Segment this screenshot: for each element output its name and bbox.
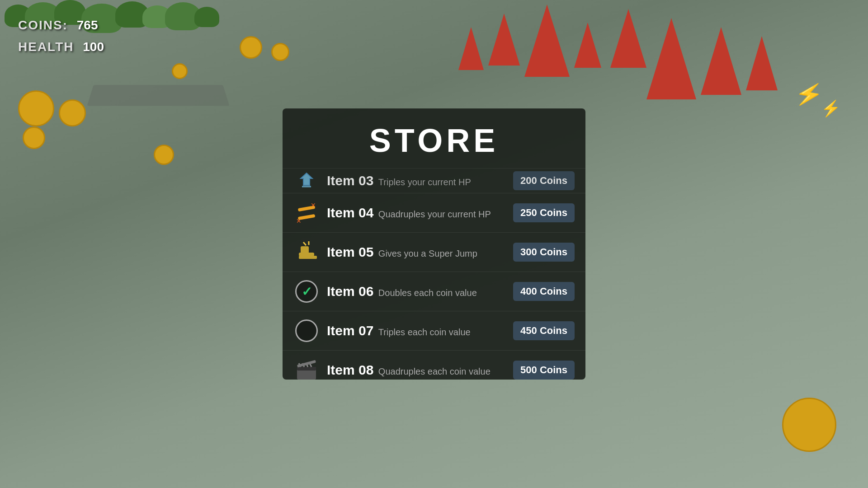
bg-lightning: ⚡ [793,79,825,110]
item-04-price[interactable]: 250 Coins [513,203,575,222]
item-08-desc: Quadruples each coin value [378,366,491,376]
bg-coin [271,43,289,61]
hud-health-row: HEALTH 100 [18,40,104,54]
item-05-price[interactable]: 300 Coins [513,243,575,262]
item-08-info: Item 08 Quadruples each coin value [327,362,508,378]
svg-rect-8 [299,256,317,259]
bg-coin [172,63,188,79]
item-05-info: Item 05 Gives you a Super Jump [327,244,508,260]
store-modal: STORE Item 03 Triples your current HP 20… [283,108,585,380]
list-item[interactable]: Item 03 Triples your current HP 200 Coin… [283,168,585,193]
empty-circle-icon [295,319,318,342]
svg-rect-7 [301,246,309,253]
item-08-price[interactable]: 500 Coins [513,361,575,380]
health-label: HEALTH [18,40,74,54]
item-06-name: Item 06 [327,284,373,299]
bg-platform [87,85,229,106]
coins-value: 765 [77,18,98,32]
item-03-name: Item 03 [327,173,373,188]
list-item[interactable]: Item 07 Triples each coin value 450 Coin… [283,311,585,350]
item-08-name: Item 08 [327,362,373,377]
list-item[interactable]: Item 08 Quadruples each coin value 500 C… [283,350,585,380]
check-circle-icon [295,280,318,303]
item-icon-07 [293,318,320,344]
item-06-info: Item 06 Doubles each coin value [327,284,508,299]
item-07-name: Item 07 [327,323,373,338]
svg-marker-0 [301,173,312,185]
bg-coin-large [782,398,836,452]
svg-line-9 [303,242,306,245]
svg-text:✕: ✕ [311,202,316,209]
list-item[interactable]: Item 05 Gives you a Super Jump 300 Coins [283,232,585,272]
bg-coin [154,145,174,165]
bg-coin [23,127,45,149]
item-icon-03 [293,168,320,193]
store-item-list[interactable]: Item 03 Triples your current HP 200 Coin… [283,168,585,380]
store-title: STORE [283,108,585,168]
health-value: 100 [83,40,104,54]
hud-coins-row: COINS: 765 [18,18,104,33]
svg-text:✕: ✕ [296,217,302,225]
item-04-name: Item 04 [327,205,373,220]
item-03-price[interactable]: 200 Coins [513,171,575,190]
item-04-desc: Quadruples your current HP [378,209,491,219]
item-03-desc: Triples your current HP [378,177,471,187]
svg-rect-12 [297,367,316,371]
item-07-price[interactable]: 450 Coins [513,321,575,340]
item-05-name: Item 05 [327,244,373,259]
hud: COINS: 765 HEALTH 100 [18,18,104,54]
bg-coin [18,90,54,127]
coins-label: COINS: [18,18,68,32]
item-04-info: Item 04 Quadruples your current HP [327,205,508,221]
bg-lightning-2: ⚡ [821,99,841,118]
item-icon-05 [293,239,320,265]
list-item[interactable]: ✕ ✕ Item 04 Quadruples your current HP 2… [283,193,585,232]
bg-coin [59,99,86,127]
item-06-price[interactable]: 400 Coins [513,282,575,301]
item-03-info: Item 03 Triples your current HP [327,173,508,188]
item-07-info: Item 07 Triples each coin value [327,323,508,338]
item-07-desc: Triples each coin value [378,327,471,337]
item-icon-06 [293,278,320,305]
svg-rect-17 [297,360,316,368]
item-icon-04: ✕ ✕ [293,200,320,226]
item-06-desc: Doubles each coin value [378,288,477,298]
bg-coin [240,36,262,59]
item-05-desc: Gives you a Super Jump [378,249,477,258]
list-item[interactable]: Item 06 Doubles each coin value 400 Coin… [283,272,585,311]
item-icon-08 [293,357,320,380]
